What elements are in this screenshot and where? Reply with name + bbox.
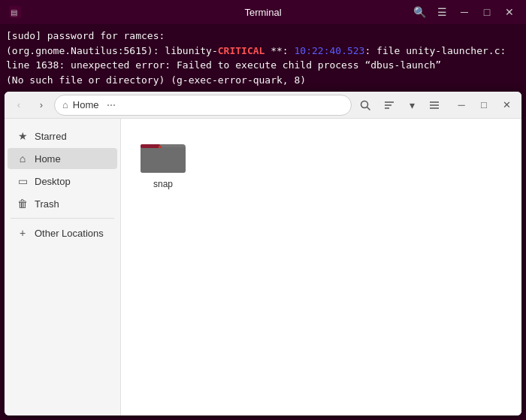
terminal-titlebar: ▤ Terminal 🔍 ☰ ─ □ ✕ — [0, 0, 526, 24]
sidebar-item-starred[interactable]: ★ Starred — [8, 125, 117, 147]
terminal-prompt: [sudo] password for ramces: — [6, 29, 520, 44]
svg-rect-12 — [141, 144, 160, 148]
view-sort-button[interactable] — [379, 95, 400, 116]
terminal-error-line1: (org.gnome.Nautilus:5615): libunity-CRIT… — [6, 44, 520, 73]
menu-titlebar-button[interactable]: ☰ — [431, 2, 452, 23]
location-menu-button[interactable]: ⋯ — [104, 98, 119, 112]
error-suffix: **: — [265, 45, 288, 56]
terminal-error-line2: (No such file or directory) (g-exec-erro… — [6, 73, 520, 88]
sidebar-label-desktop: Desktop — [35, 176, 71, 187]
sidebar-label-other-locations: Other Locations — [35, 228, 104, 239]
error-prefix: (org.gnome.Nautilus:5615): libunity- — [6, 45, 218, 56]
nautilus-maximize-button[interactable]: □ — [473, 95, 494, 116]
svg-text:▤: ▤ — [11, 8, 17, 17]
search-button[interactable] — [355, 95, 376, 116]
search-titlebar-button[interactable]: 🔍 — [409, 2, 430, 23]
nautilus-body: ★ Starred ⌂ Home ▭ Desktop 🗑 Trash + — [5, 119, 521, 415]
nautilus-window: ‹ › ⌂ Home ⋯ — [5, 92, 521, 415]
nautilus-toolbar: ‹ › ⌂ Home ⋯ — [5, 92, 521, 119]
back-button[interactable]: ‹ — [9, 95, 29, 115]
sidebar-divider — [11, 218, 114, 219]
sidebar-label-trash: Trash — [35, 198, 59, 210]
search-icon — [360, 100, 370, 110]
view-dropdown-button[interactable]: ▾ — [401, 95, 422, 116]
error-line3: (No such file or directory) (g-exec-erro… — [6, 74, 306, 86]
terminal-prompt-text: [sudo] password for ramces: — [6, 30, 165, 41]
sort-icon — [384, 100, 394, 110]
other-locations-icon: + — [17, 227, 29, 239]
nautilus-close-button[interactable]: ✕ — [496, 95, 517, 116]
sidebar: ★ Starred ⌂ Home ▭ Desktop 🗑 Trash + — [5, 119, 121, 415]
folder-icon-snap — [139, 135, 187, 176]
svg-rect-11 — [141, 147, 186, 173]
terminal-title: Terminal — [244, 7, 281, 18]
home-icon: ⌂ — [62, 99, 68, 110]
home-sidebar-icon: ⌂ — [17, 153, 29, 165]
terminal-window: ▤ Terminal 🔍 ☰ ─ □ ✕ [sudo] password for… — [0, 0, 526, 420]
view-list-button[interactable] — [424, 95, 445, 116]
close-titlebar-button[interactable]: ✕ — [499, 2, 520, 23]
trash-icon: 🗑 — [17, 198, 29, 210]
sidebar-item-trash[interactable]: 🗑 Trash — [8, 193, 117, 214]
nautilus-window-controls: ─ □ ✕ — [451, 95, 517, 116]
view-controls: ▾ — [379, 95, 445, 116]
sidebar-label-starred: Starred — [35, 131, 67, 142]
starred-icon: ★ — [17, 130, 29, 142]
terminal-app-icon: ▤ — [6, 3, 24, 21]
forward-button[interactable]: › — [32, 95, 51, 115]
file-label-snap: snap — [153, 179, 173, 189]
svg-rect-13 — [159, 146, 162, 148]
file-item-snap[interactable]: snap — [133, 131, 193, 194]
error-timestamp: 10:22:40.523 — [289, 45, 365, 56]
titlebar-controls: 🔍 ☰ ─ □ ✕ — [409, 2, 520, 23]
svg-line-3 — [367, 107, 370, 110]
maximize-titlebar-button[interactable]: □ — [476, 2, 497, 23]
location-text: Home — [73, 99, 99, 110]
file-grid: snap — [133, 131, 509, 194]
desktop-icon: ▭ — [17, 175, 29, 187]
sidebar-item-desktop[interactable]: ▭ Desktop — [8, 171, 117, 192]
titlebar-left: ▤ — [6, 3, 24, 21]
sidebar-item-home[interactable]: ⌂ Home — [8, 148, 117, 169]
critical-label: CRITICAL — [218, 45, 265, 56]
sidebar-label-home: Home — [35, 153, 61, 165]
sidebar-item-other-locations[interactable]: + Other Locations — [8, 222, 117, 243]
location-bar: ⌂ Home ⋯ — [54, 95, 352, 116]
terminal-output: [sudo] password for ramces: (org.gnome.N… — [0, 24, 526, 92]
minimize-titlebar-button[interactable]: ─ — [454, 2, 475, 23]
nautilus-minimize-button[interactable]: ─ — [451, 95, 472, 116]
main-content: snap — [121, 119, 521, 415]
list-icon — [429, 100, 440, 110]
